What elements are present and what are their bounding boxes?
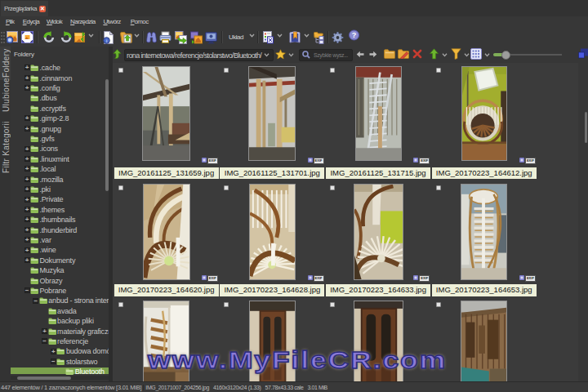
svg-text:?: ? — [352, 31, 357, 39]
svg-text:i: i — [106, 38, 107, 43]
